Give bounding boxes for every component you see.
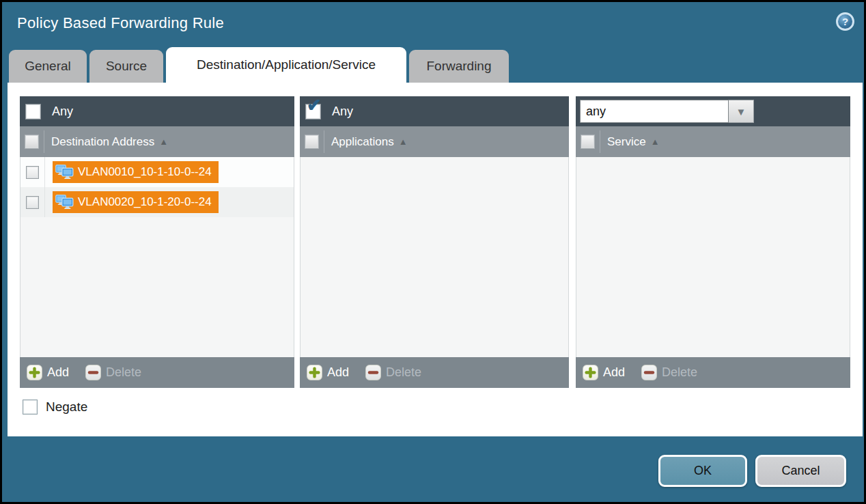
delete-icon[interactable] xyxy=(85,365,101,380)
network-icon xyxy=(55,195,74,210)
list-item[interactable]: VLAN0010_10-1-10-0--24 xyxy=(20,157,294,187)
service-column: ▼ Service ▲ Add xyxy=(576,96,850,388)
applications-list xyxy=(300,157,569,357)
destination-select-all-checkbox[interactable] xyxy=(25,135,39,149)
applications-select-all-checkbox[interactable] xyxy=(305,135,319,149)
row-checkbox[interactable] xyxy=(26,166,39,179)
sort-asc-icon[interactable]: ▲ xyxy=(159,137,168,147)
add-button[interactable]: Add xyxy=(27,365,69,380)
negate-label: Negate xyxy=(46,400,87,415)
checkmark-icon: ✔ xyxy=(307,96,322,114)
policy-based-forwarding-dialog: Policy Based Forwarding Rule ? General S… xyxy=(0,0,866,504)
address-object-chip[interactable]: VLAN0020_10-1-20-0--24 xyxy=(53,191,219,213)
tab-content-panel: Any Destination Address ▲ xyxy=(8,83,863,436)
ok-button[interactable]: OK xyxy=(658,455,747,487)
destination-header-label[interactable]: Destination Address xyxy=(51,135,154,149)
tab-source[interactable]: Source xyxy=(89,50,163,83)
service-dropdown-input[interactable] xyxy=(580,100,729,123)
tab-general[interactable]: General xyxy=(9,50,87,83)
service-column-header: Service ▲ xyxy=(576,126,850,157)
applications-any-checkbox[interactable]: ✔ xyxy=(305,104,321,120)
tab-forwarding[interactable]: Forwarding xyxy=(409,50,509,83)
destination-any-label: Any xyxy=(52,104,73,119)
address-object-label: VLAN0020_10-1-20-0--24 xyxy=(78,195,212,209)
destination-column-header: Destination Address ▲ xyxy=(20,126,294,157)
dialog-title: Policy Based Forwarding Rule xyxy=(17,14,224,32)
service-dropdown[interactable]: ▼ xyxy=(580,100,754,123)
sort-asc-icon[interactable]: ▲ xyxy=(651,137,660,147)
delete-button[interactable]: Delete xyxy=(85,365,141,380)
dropdown-button[interactable]: ▼ xyxy=(729,100,754,123)
tab-destination-application-service[interactable]: Destination/Application/Service xyxy=(166,47,406,83)
destination-address-column: Any Destination Address ▲ xyxy=(20,96,294,388)
negate-row: Negate xyxy=(23,400,87,415)
help-glyph: ? xyxy=(842,16,848,27)
add-icon[interactable] xyxy=(307,365,322,380)
destination-footer: Add Delete xyxy=(20,357,294,388)
sort-asc-icon[interactable]: ▲ xyxy=(399,137,408,147)
delete-icon[interactable] xyxy=(641,365,657,380)
add-button[interactable]: Add xyxy=(307,365,349,380)
add-icon[interactable] xyxy=(583,365,598,380)
help-icon[interactable]: ? xyxy=(836,12,854,31)
applications-column-header: Applications ▲ xyxy=(300,126,569,157)
service-footer: Add Delete xyxy=(576,357,850,388)
row-checkbox[interactable] xyxy=(26,196,39,209)
service-select-all-checkbox[interactable] xyxy=(581,135,595,149)
network-icon xyxy=(55,165,74,180)
destination-any-checkbox[interactable] xyxy=(25,104,41,120)
applications-header-label[interactable]: Applications xyxy=(331,135,394,149)
delete-icon[interactable] xyxy=(365,365,381,380)
destination-any-bar: Any xyxy=(20,96,294,126)
address-object-label: VLAN0010_10-1-10-0--24 xyxy=(78,165,212,179)
list-item[interactable]: VLAN0020_10-1-20-0--24 xyxy=(20,187,294,217)
add-button[interactable]: Add xyxy=(583,365,625,380)
service-dropdown-bar: ▼ xyxy=(576,96,850,126)
negate-checkbox[interactable] xyxy=(23,400,38,415)
address-object-chip[interactable]: VLAN0010_10-1-10-0--24 xyxy=(53,161,219,183)
applications-footer: Add Delete xyxy=(300,357,569,388)
service-header-label[interactable]: Service xyxy=(607,135,646,149)
applications-any-bar: ✔ Any xyxy=(300,96,569,126)
destination-list: VLAN0010_10-1-10-0--24 xyxy=(20,157,294,357)
cancel-button[interactable]: Cancel xyxy=(755,455,846,487)
delete-button[interactable]: Delete xyxy=(365,365,421,380)
delete-button[interactable]: Delete xyxy=(641,365,697,380)
applications-any-label: Any xyxy=(332,104,353,119)
service-list xyxy=(576,157,850,357)
applications-column: ✔ Any Applications ▲ xyxy=(300,96,569,388)
add-icon[interactable] xyxy=(27,365,42,380)
chevron-down-icon: ▼ xyxy=(736,106,746,117)
tab-bar: General Source Destination/Application/S… xyxy=(9,47,509,83)
